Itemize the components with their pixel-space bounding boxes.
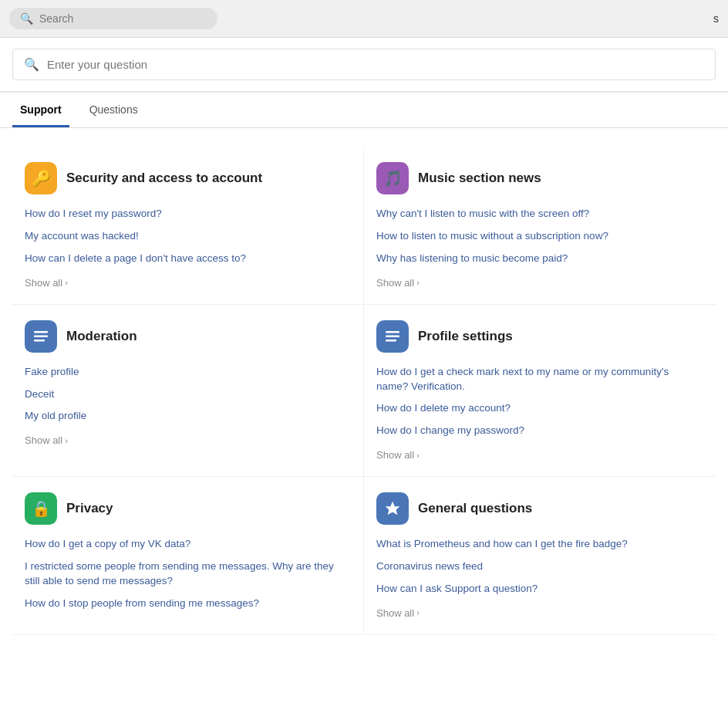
section-profile-settings-links: How do I get a check mark next to my nam…	[376, 365, 700, 439]
list-item: Deceit	[25, 387, 348, 402]
show-all-music[interactable]: Show all ›	[376, 277, 420, 289]
search-icon: 🔍	[20, 12, 33, 25]
section-moderation-links: Fake profile Deceit My old profile	[25, 365, 348, 424]
list-item: My old profile	[25, 409, 348, 424]
show-all-general[interactable]: Show all ›	[376, 607, 420, 619]
moderation-icon	[25, 320, 57, 353]
tab-support[interactable]: Support	[12, 93, 69, 127]
section-security-links: How do I reset my password? My account w…	[25, 207, 348, 266]
link-stop-messages[interactable]: How do I stop people from sending me mes…	[25, 597, 259, 609]
link-prometheus[interactable]: What is Prometheus and how can I get the…	[376, 538, 628, 549]
main-content: 🔑 Security and access to account How do …	[0, 128, 728, 654]
section-security-header: 🔑 Security and access to account	[25, 162, 348, 194]
link-account-hacked[interactable]: My account was hacked!	[25, 230, 139, 242]
list-item: What is Prometheus and how can I get the…	[376, 537, 700, 552]
tab-questions[interactable]: Questions	[82, 93, 146, 127]
section-privacy-title: Privacy	[66, 501, 113, 516]
list-item: Fake profile	[25, 365, 348, 380]
list-item: How to listen to music without a subscri…	[376, 229, 700, 244]
link-fake-profile[interactable]: Fake profile	[25, 366, 79, 377]
section-privacy: 🔒 Privacy How do I get a copy of my VK d…	[12, 477, 364, 635]
svg-rect-3	[386, 331, 399, 333]
main-search-inner[interactable]: 🔍	[12, 49, 716, 80]
show-all-moderation[interactable]: Show all ›	[25, 434, 68, 446]
svg-rect-5	[386, 340, 396, 342]
chevron-right-icon: ›	[416, 451, 420, 460]
section-moderation-header: Moderation	[25, 320, 348, 353]
show-all-profile-settings[interactable]: Show all ›	[376, 449, 420, 461]
chevron-right-icon: ›	[416, 278, 420, 287]
list-item: How can I ask Support a question?	[376, 582, 700, 597]
section-profile-settings-title: Profile settings	[418, 329, 513, 344]
list-item: I restricted some people from sending me…	[25, 559, 348, 589]
section-profile-settings: Profile settings How do I get a check ma…	[364, 305, 716, 478]
top-search-box[interactable]: 🔍	[9, 8, 217, 29]
link-delete-account[interactable]: How do I delete my account?	[376, 402, 511, 414]
section-music: 🎵 Music section news Why can't I listen …	[364, 147, 716, 305]
section-profile-settings-header: Profile settings	[376, 320, 700, 353]
link-music-screen-off[interactable]: Why can't I listen to music with the scr…	[376, 208, 589, 219]
link-music-no-subscription[interactable]: How to listen to music without a subscri…	[376, 230, 608, 242]
list-item: Coronavirus news feed	[376, 559, 700, 574]
list-item: How do I change my password?	[376, 424, 700, 438]
svg-rect-4	[386, 335, 399, 337]
section-general-links: What is Prometheus and how can I get the…	[376, 537, 700, 597]
section-music-header: 🎵 Music section news	[376, 162, 700, 194]
list-item: How do I get a copy of my VK data?	[25, 537, 348, 552]
list-item: My account was hacked!	[25, 229, 348, 244]
main-search-section: 🔍	[0, 38, 728, 93]
sections-grid: 🔑 Security and access to account How do …	[12, 147, 716, 635]
link-restricted-messages[interactable]: I restricted some people from sending me…	[25, 560, 334, 586]
section-security: 🔑 Security and access to account How do …	[12, 147, 364, 305]
main-search-input[interactable]	[47, 58, 704, 71]
section-general-header: General questions	[376, 492, 700, 525]
show-all-security[interactable]: Show all ›	[25, 277, 68, 289]
main-search-icon: 🔍	[24, 57, 39, 72]
link-vk-data[interactable]: How do I get a copy of my VK data?	[25, 538, 190, 549]
link-coronavirus[interactable]: Coronavirus news feed	[376, 560, 483, 572]
list-item: How can I delete a page I don't have acc…	[25, 252, 348, 266]
section-privacy-header: 🔒 Privacy	[25, 492, 348, 525]
section-general-title: General questions	[418, 501, 532, 516]
section-general: General questions What is Prometheus and…	[364, 477, 716, 635]
list-item: Why has listening to music become paid?	[376, 252, 700, 266]
security-icon: 🔑	[25, 162, 57, 194]
link-music-paid[interactable]: Why has listening to music become paid?	[376, 252, 568, 264]
music-icon: 🎵	[376, 162, 409, 194]
section-moderation: Moderation Fake profile Deceit My old pr…	[12, 305, 364, 478]
link-checkmark[interactable]: How do I get a check mark next to my nam…	[376, 366, 669, 392]
top-bar-right-text: s	[713, 12, 719, 25]
tabs-bar: Support Questions	[0, 93, 728, 128]
list-item: How do I get a check mark next to my nam…	[376, 365, 700, 394]
chevron-right-icon: ›	[65, 278, 68, 287]
list-item: How do I reset my password?	[25, 207, 348, 221]
link-deceit[interactable]: Deceit	[25, 388, 54, 400]
svg-rect-0	[34, 331, 48, 333]
top-bar: 🔍 s	[0, 0, 728, 38]
chevron-right-icon: ›	[65, 436, 68, 445]
link-reset-password[interactable]: How do I reset my password?	[25, 208, 162, 219]
top-search-input[interactable]	[39, 12, 207, 25]
chevron-right-icon: ›	[416, 608, 420, 617]
link-old-profile[interactable]: My old profile	[25, 410, 86, 421]
svg-marker-6	[386, 502, 399, 515]
profile-settings-icon	[376, 320, 409, 353]
svg-rect-2	[34, 340, 45, 342]
section-music-title: Music section news	[418, 171, 541, 186]
link-ask-support[interactable]: How can I ask Support a question?	[376, 583, 538, 594]
section-music-links: Why can't I listen to music with the scr…	[376, 207, 700, 266]
svg-rect-1	[34, 335, 48, 337]
link-delete-page[interactable]: How can I delete a page I don't have acc…	[25, 252, 246, 264]
list-item: How do I stop people from sending me mes…	[25, 597, 348, 611]
section-security-title: Security and access to account	[66, 171, 262, 186]
link-change-password[interactable]: How do I change my password?	[376, 424, 524, 436]
list-item: Why can't I listen to music with the scr…	[376, 207, 700, 221]
privacy-icon: 🔒	[25, 492, 57, 525]
list-item: How do I delete my account?	[376, 401, 700, 416]
general-icon	[376, 492, 409, 525]
section-privacy-links: How do I get a copy of my VK data? I res…	[25, 537, 348, 611]
section-moderation-title: Moderation	[66, 329, 137, 344]
